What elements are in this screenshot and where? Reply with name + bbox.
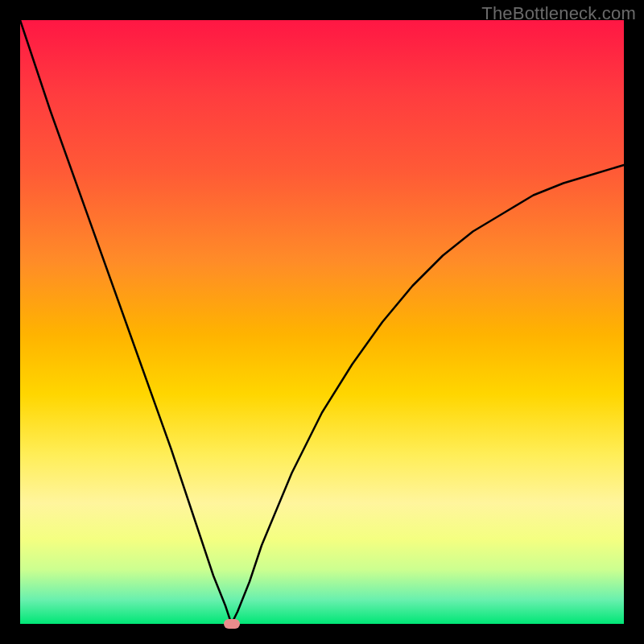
chart-frame: TheBottleneck.com bbox=[0, 0, 644, 644]
plot-area bbox=[20, 20, 624, 624]
watermark-label: TheBottleneck.com bbox=[481, 3, 636, 24]
bottleneck-curve bbox=[20, 20, 624, 624]
curve-svg bbox=[20, 20, 624, 624]
minimum-marker bbox=[224, 619, 240, 629]
